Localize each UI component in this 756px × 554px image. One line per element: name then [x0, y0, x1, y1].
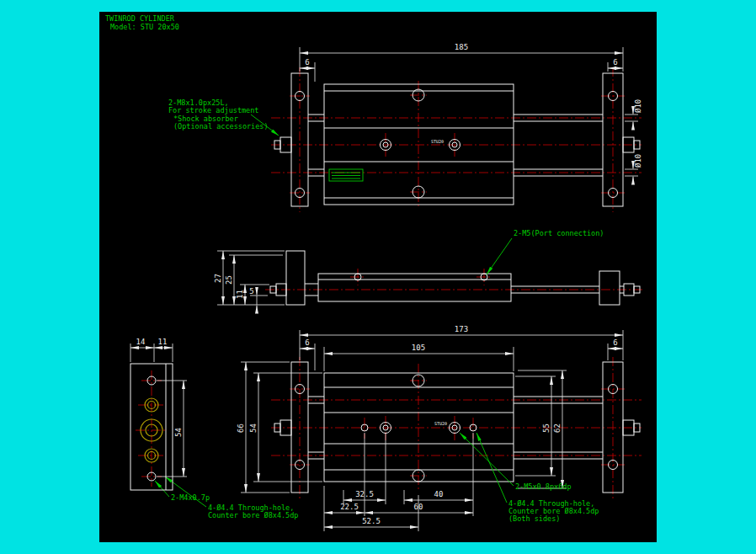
dim-60: 60: [414, 503, 423, 511]
dim-32-5: 32.5: [355, 490, 374, 498]
dim-52-5: 52.5: [362, 517, 381, 525]
dim-body-width: 105: [412, 344, 425, 352]
dim-left-offset: 6: [305, 58, 309, 67]
dim-right-height-62: 62: [553, 423, 562, 433]
body-marking: STU20: [434, 421, 447, 426]
dim-width-14: 14: [136, 338, 146, 346]
note-m4-thread: 2-M4x0.7p: [171, 493, 210, 502]
cad-viewport: TWINROD CYLINDER Model: STU 20x50: [0, 0, 756, 554]
drawing-model: Model: STU 20x50: [110, 23, 179, 31]
dim-right-offset: 6: [613, 338, 617, 347]
dim-height-27: 27: [214, 274, 222, 283]
note-stroke-adjust-line4: (Optional accessories): [173, 122, 269, 131]
dim-height-25: 25: [225, 275, 233, 285]
dim-right-height-55: 55: [542, 423, 551, 433]
dim-plate-height-66: 66: [237, 423, 245, 433]
note-through-hole-left-line2: Counter bore Ø8x4.5dp: [208, 511, 298, 519]
dim-right-offset: 6: [613, 58, 617, 67]
dim-40: 40: [434, 490, 444, 498]
dim-overall-width: 173: [455, 325, 468, 333]
dim-width-11: 11: [158, 338, 168, 346]
dim-body-height-54: 54: [249, 423, 258, 433]
dim-22-5: 22.5: [340, 503, 359, 511]
body-marking: STU20: [431, 139, 444, 144]
dim-height-11: 11: [236, 290, 244, 299]
dim-left-offset: 6: [305, 338, 309, 347]
note-m5-thread: 2-M5x0.8px6dp: [515, 482, 572, 491]
dim-height-5: 5: [249, 287, 253, 296]
drawing-title: TWINROD CYLINDER: [105, 14, 175, 23]
drawing-svg: TWINROD CYLINDER Model: STU 20x50: [0, 0, 756, 554]
note-port-connection: 2-M5(Port connection): [514, 229, 604, 237]
dim-height-54: 54: [174, 428, 183, 437]
dim-rod-diameter-bottom: Ø10: [634, 154, 642, 168]
note-through-hole-right-line3: (Both sides): [508, 514, 560, 523]
note-stroke-adjust-line2: For stroke adjustment: [168, 106, 258, 115]
dim-overall-width: 185: [455, 43, 468, 51]
title-block: TWINROD CYLINDER Model: STU 20x50: [105, 14, 179, 31]
dim-rod-diameter-top: Ø10: [634, 99, 642, 113]
